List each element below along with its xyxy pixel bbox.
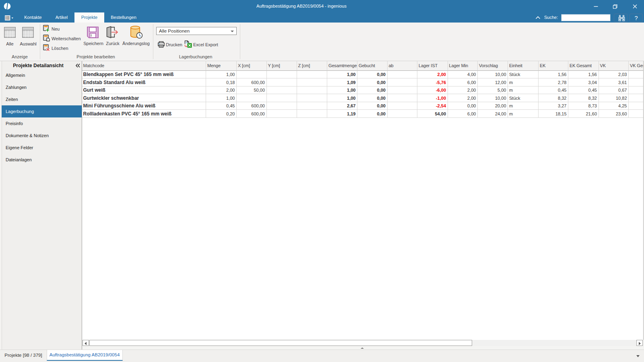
svg-text:R: R [186,41,187,44]
